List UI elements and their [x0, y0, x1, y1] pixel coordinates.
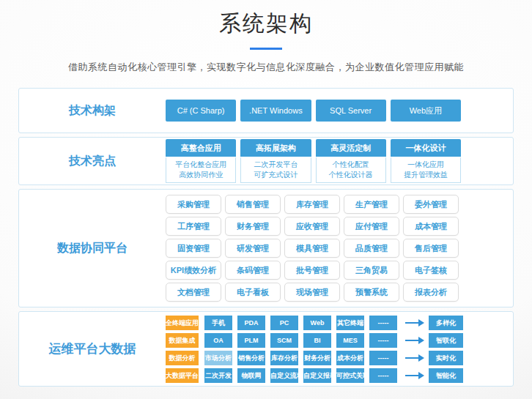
- module-chip: 研发管理: [225, 239, 281, 258]
- module-chip: 成本管理: [403, 217, 459, 236]
- tech-item-csharp: C# (C Sharp): [166, 100, 236, 122]
- module-chip: 库存管理: [284, 195, 340, 214]
- page-subtitle: 借助系统自动化核心管理引擎，实现数字化与信息化深度融合，为企业数值化管理应用赋能: [0, 61, 532, 74]
- highlight-body: 一体化应用 提升管理效益: [391, 157, 461, 183]
- bigdata-label: 运维平台大数据: [19, 340, 166, 357]
- bigdata-item: 财务分析: [303, 351, 331, 365]
- bigdata-row-platform: 大数据平台 二次开发 物联网 自定义流程 自定义报表 可控式关联 ----- 智…: [166, 368, 463, 383]
- bigdata-item: 物联网: [237, 368, 265, 383]
- row-tag: 大数据平台: [166, 368, 199, 383]
- bigdata-item: 库存分析: [270, 351, 298, 365]
- row-result: 实时化: [429, 351, 463, 365]
- bigdata-item: Web: [303, 316, 331, 330]
- bigdata-item: -----: [369, 316, 397, 330]
- module-chip: 电子签核: [403, 261, 459, 280]
- row-tag: 数据分析: [166, 351, 199, 365]
- data-platform-grid: 采购管理 销售管理 库存管理 生产管理 委外管理 工序管理 财务管理 应收管理 …: [166, 195, 459, 302]
- module-chip: 固资管理: [166, 239, 221, 258]
- bigdata-item: -----: [369, 351, 397, 365]
- bigdata-item: 手机: [204, 316, 232, 330]
- bigdata-item: PC: [270, 316, 298, 330]
- arrow-right-icon: [405, 357, 423, 359]
- module-chip: 委外管理: [403, 195, 459, 214]
- bigdata-item: PDA: [237, 316, 265, 330]
- module-chip: 生产管理: [344, 195, 399, 214]
- card-tech-stack: 技术构架 C# (C Sharp) .NET Windows SQL Serve…: [18, 88, 514, 133]
- module-chip: 采购管理: [166, 195, 221, 214]
- bigdata-rows: 全终端应用 手机 PDA PC Web 其它终端 ----- 多样化 数据集成: [166, 315, 463, 383]
- bigdata-row-integration: 数据集成 OA PLM SCM BI MES ----- 智联化: [166, 333, 463, 348]
- module-chip: 现场管理: [284, 283, 340, 302]
- bigdata-item: PLM: [237, 333, 265, 348]
- tech-item-web: Web应用: [391, 100, 461, 122]
- highlight-column: 高拓展架构 二次开发平台 可扩充式设计: [240, 139, 311, 183]
- arrow-right-icon: [405, 340, 423, 341]
- title-underline: [250, 48, 282, 50]
- system-architecture-page: 系统架构 借助系统自动化核心管理引擎，实现数字化与信息化深度融合，为企业数值化管…: [0, 0, 532, 399]
- highlight-columns: 高整合应用 平台化整合应用 高效协同作业 高拓展架构 二次开发平台 可扩充式设计…: [166, 139, 461, 183]
- tech-stack-label: 技术构架: [19, 103, 166, 119]
- row-tag: 数据集成: [166, 333, 199, 348]
- highlight-body: 平台化整合应用 高效协同作业: [166, 157, 236, 183]
- highlight-body: 个性化配置 个性化设计器: [316, 157, 386, 183]
- highlight-body: 二次开发平台 可扩充式设计: [240, 157, 311, 183]
- bigdata-item: -----: [369, 333, 397, 348]
- bigdata-item: 市场分析: [204, 351, 232, 365]
- highlights-label: 技术亮点: [19, 154, 166, 169]
- bigdata-item: BI: [303, 333, 331, 348]
- highlight-line: 一体化应用: [391, 160, 460, 170]
- bigdata-item: -----: [369, 368, 397, 383]
- module-chip: 售后管理: [403, 239, 459, 258]
- module-chip: 预警系统: [344, 283, 399, 302]
- card-highlights: 技术亮点 高整合应用 平台化整合应用 高效协同作业 高拓展架构 二次开发平台 可…: [18, 137, 514, 185]
- module-chip: 工序管理: [166, 217, 221, 236]
- data-platform-label: 数据协同平台: [19, 241, 166, 256]
- highlight-column: 高整合应用 平台化整合应用 高效协同作业: [166, 139, 236, 183]
- module-chip: 财务管理: [225, 217, 281, 236]
- highlight-line: 个性化配置: [317, 160, 385, 170]
- module-chip: 应收管理: [284, 217, 340, 236]
- card-bigdata: 运维平台大数据 全终端应用 手机 PDA PC Web 其它终端 ----- 多…: [18, 311, 514, 387]
- module-chip: 报表分析: [403, 283, 459, 302]
- highlight-line: 可扩充式设计: [241, 170, 310, 180]
- bigdata-item: 可控式关联: [336, 368, 364, 383]
- highlight-line: 个性化设计器: [317, 170, 385, 180]
- module-chip: 销售管理: [225, 195, 281, 214]
- tech-item-dotnet: .NET Windows: [240, 100, 311, 122]
- bigdata-item: 二次开发: [204, 368, 232, 383]
- tech-stack-buttons: C# (C Sharp) .NET Windows SQL Server Web…: [166, 100, 461, 122]
- module-chip: 三角贸易: [344, 261, 399, 280]
- module-chip: 批号管理: [284, 261, 340, 280]
- tech-item-sqlserver: SQL Server: [316, 100, 386, 122]
- bigdata-item: 销售分析: [237, 351, 265, 365]
- highlight-line: 高效协同作业: [166, 170, 235, 180]
- bigdata-item: 自定义报表: [303, 368, 331, 383]
- module-chip: 模具管理: [284, 239, 340, 258]
- highlight-title: 高整合应用: [166, 139, 236, 157]
- row-tag: 全终端应用: [166, 316, 199, 330]
- row-result: 智联化: [429, 333, 463, 348]
- highlight-title: 高拓展架构: [240, 139, 311, 157]
- module-chip: 电子看板: [225, 283, 281, 302]
- module-chip: 品质管理: [344, 239, 399, 258]
- row-items: 二次开发 物联网 自定义流程 自定义报表 可控式关联 -----: [204, 368, 397, 383]
- arrow-right-icon: [405, 322, 423, 324]
- row-items: 手机 PDA PC Web 其它终端 -----: [204, 316, 397, 330]
- bigdata-item: MES: [336, 333, 364, 348]
- arrow-right-icon: [405, 375, 423, 376]
- row-result: 多样化: [429, 316, 463, 330]
- bigdata-item: SCM: [270, 333, 298, 348]
- module-chip: 条码管理: [225, 261, 281, 280]
- card-data-platform: 数据协同平台 采购管理 销售管理 库存管理 生产管理 委外管理 工序管理 财务管…: [18, 189, 514, 307]
- highlight-line: 平台化整合应用: [166, 160, 235, 170]
- page-title: 系统架构: [0, 0, 532, 39]
- highlight-column: 一体化设计 一体化应用 提升管理效益: [391, 139, 461, 183]
- bigdata-item: 其它终端: [336, 316, 364, 330]
- row-result: 智能化: [429, 368, 463, 383]
- module-chip: 文档管理: [166, 283, 221, 302]
- bigdata-row-analysis: 数据分析 市场分析 销售分析 库存分析 财务分析 成本分析 ----- 实时化: [166, 351, 463, 365]
- module-chip: KPI绩效分析: [166, 261, 221, 280]
- highlight-line: 提升管理效益: [391, 170, 460, 180]
- bigdata-item: OA: [204, 333, 232, 348]
- bigdata-item: 成本分析: [336, 351, 364, 365]
